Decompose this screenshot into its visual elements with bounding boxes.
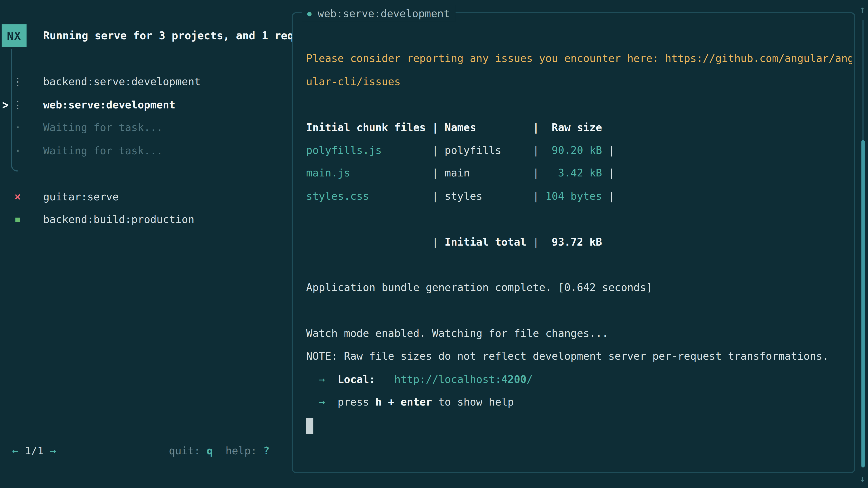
- terminal-text-segment: |: [306, 235, 445, 248]
- terminal-text-segment: Local:: [338, 373, 375, 385]
- pagination: ← 1/1 →: [12, 439, 56, 462]
- nx-terminal-ui: NX Running serve for 3 projects, and 1 r…: [0, 0, 868, 488]
- status-dot-icon: ●: [307, 9, 311, 18]
- task-item-waiting-1[interactable]: · Waiting for task...: [0, 116, 292, 139]
- selection-caret-icon: >: [2, 91, 11, 119]
- scroll-down-arrow-icon[interactable]: ↓: [857, 470, 868, 487]
- terminal-text-segment: |: [602, 190, 615, 202]
- quit-key: q: [207, 445, 213, 457]
- quit-label: quit:: [169, 445, 207, 457]
- terminal-text-segment: | main |: [350, 167, 545, 179]
- terminal-line: Application bundle generation complete. …: [306, 276, 852, 299]
- terminal-text-segment: 90.20 kB: [546, 144, 602, 156]
- task-item-backend-serve-development[interactable]: ⋮ backend:serve:development: [0, 70, 292, 93]
- success-square-icon: ■: [12, 208, 23, 231]
- task-item-web-serve-development[interactable]: > ⋮ web:serve:development: [0, 93, 292, 116]
- terminal-line: [306, 414, 852, 436]
- terminal-text-segment: 4200: [501, 373, 526, 385]
- page-indicator: [43, 445, 50, 457]
- terminal-text-segment: |: [602, 144, 615, 156]
- task-sidebar: NX Running serve for 3 projects, and 1 r…: [0, 0, 292, 488]
- help-key: ?: [264, 445, 270, 457]
- terminal-line: main.js | main | 3.42 kB |: [306, 162, 852, 185]
- terminal-text-segment: |: [526, 235, 546, 248]
- terminal-line: [306, 299, 852, 322]
- terminal-text-segment: Please consider reporting any issues you…: [306, 52, 852, 64]
- terminal-line: ular-cli/issues: [306, 70, 852, 93]
- terminal-line: Initial chunk files | Names | Raw size: [306, 116, 852, 139]
- terminal-output: Please consider reporting any issues you…: [306, 24, 852, 470]
- nx-logo: NX: [2, 24, 26, 47]
- help-label: help:: [213, 445, 264, 457]
- sidebar-title: Running serve for 3 projects, and 1 requ: [43, 24, 292, 47]
- task-label: backend:serve:development: [43, 75, 200, 88]
- task-label: web:serve:development: [43, 98, 176, 110]
- output-scrollbar: ↑ ↓: [857, 0, 868, 488]
- terminal-text-segment: |: [602, 167, 615, 179]
- terminal-text-segment: Initial chunk files | Names | Raw size: [306, 121, 602, 133]
- task-label: Waiting for task...: [43, 144, 163, 156]
- terminal-line: [306, 24, 852, 47]
- task-output-panel: ●web:serve:development Please consider r…: [292, 12, 855, 473]
- terminal-text-segment: →: [306, 373, 338, 385]
- terminal-text-segment: http://localhost:: [394, 373, 501, 385]
- terminal-line: [306, 253, 852, 276]
- next-page-arrow-icon[interactable]: →: [50, 445, 56, 457]
- terminal-line: → Local: http://localhost:4200/: [306, 368, 852, 391]
- terminal-text-segment: main.js: [306, 167, 350, 179]
- pending-dot-icon: ·: [12, 116, 23, 139]
- terminal-text-segment: NOTE: Raw file sizes do not reflect deve…: [306, 350, 829, 362]
- terminal-text-segment: 3.42 kB: [546, 167, 602, 179]
- terminal-text-segment: ular-cli/issues: [306, 75, 401, 88]
- terminal-line: → press h + enter to show help: [306, 391, 852, 414]
- terminal-text-segment: →: [306, 396, 338, 408]
- terminal-line: | Initial total | 93.72 kB: [306, 230, 852, 253]
- terminal-line: polyfills.js | polyfills | 90.20 kB |: [306, 139, 852, 162]
- terminal-text-segment: 104 bytes: [546, 190, 602, 202]
- terminal-text-segment: h + enter: [375, 396, 432, 408]
- terminal-text-segment: /: [526, 373, 533, 385]
- spinner-icon: ⋮: [12, 70, 23, 93]
- spinner-icon: ⋮: [12, 93, 23, 116]
- terminal-text-segment: Watch mode enabled. Watching for file ch…: [306, 327, 608, 339]
- terminal-text-segment: polyfills.js: [306, 144, 381, 156]
- terminal-text-segment: Initial total: [445, 235, 526, 248]
- terminal-line: [306, 93, 852, 116]
- terminal-text-segment: Application bundle generation complete. …: [306, 281, 652, 293]
- terminal-line: Please consider reporting any issues you…: [306, 47, 852, 70]
- terminal-text-segment: [375, 373, 395, 385]
- pending-dot-icon: ·: [12, 139, 23, 162]
- scrollbar-thumb[interactable]: [862, 140, 865, 468]
- task-label: backend:build:production: [43, 213, 194, 225]
- keyboard-shortcuts: quit: q help: ?: [169, 439, 270, 462]
- terminal-text-segment: press: [338, 396, 375, 408]
- prev-page-arrow-icon[interactable]: ←: [12, 445, 19, 457]
- task-item-waiting-2[interactable]: · Waiting for task...: [0, 139, 292, 162]
- task-list: ⋮ backend:serve:development > ⋮ web:serv…: [0, 70, 292, 231]
- terminal-text-segment: to show help: [432, 396, 514, 408]
- task-item-backend-build-production[interactable]: ■ backend:build:production: [0, 208, 292, 231]
- terminal-line: [306, 207, 852, 230]
- terminal-text-segment: styles.css: [306, 190, 369, 202]
- scroll-up-arrow-icon[interactable]: ↑: [857, 1, 868, 18]
- terminal-text-segment: | styles |: [369, 190, 546, 202]
- terminal-line: Watch mode enabled. Watching for file ch…: [306, 322, 852, 345]
- task-label: Waiting for task...: [43, 121, 163, 133]
- failed-x-icon: ×: [12, 185, 23, 208]
- terminal-line: styles.css | styles | 104 bytes |: [306, 185, 852, 207]
- panel-title: ●web:serve:development: [302, 5, 456, 22]
- page-indicator: [19, 445, 25, 457]
- terminal-cursor: [306, 418, 313, 433]
- task-label: guitar:serve: [43, 190, 119, 202]
- terminal-text-segment: 93.72 kB: [546, 235, 602, 248]
- task-item-guitar-serve[interactable]: × guitar:serve: [0, 185, 292, 208]
- terminal-text-segment: | polyfills |: [382, 144, 546, 156]
- panel-title-text: web:serve:development: [318, 7, 450, 20]
- terminal-line: NOTE: Raw file sizes do not reflect deve…: [306, 345, 852, 368]
- page-indicator: 1/1: [25, 445, 44, 457]
